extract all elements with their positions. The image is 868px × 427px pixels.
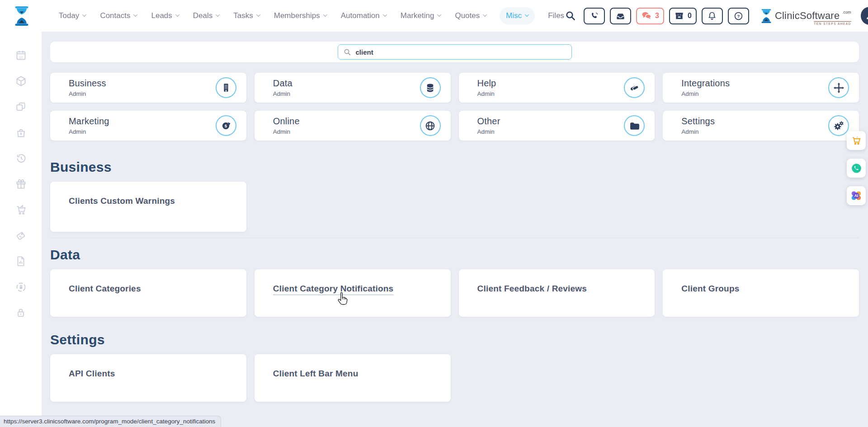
category-card-other[interactable]: Other Admin: [459, 111, 655, 141]
category-subtitle: Admin: [477, 128, 624, 135]
sidebar-copy-icon[interactable]: [14, 100, 27, 113]
nav-item-quotes[interactable]: Quotes: [454, 7, 487, 24]
brand-tagline: TEN STEPS AHEAD: [814, 21, 851, 25]
sidebar-bag-receive-icon[interactable]: [14, 126, 27, 139]
phone-icon: [590, 11, 599, 20]
whatsapp-icon: [850, 162, 863, 174]
search-input[interactable]: [356, 48, 566, 56]
chat-count-badge: 3: [655, 12, 659, 20]
category-subtitle: Admin: [681, 128, 828, 135]
brand-name: ClinicSoftware: [775, 10, 840, 22]
chevron-down-icon: [382, 12, 387, 17]
app-logo[interactable]: [14, 6, 30, 26]
nav-item-memberships[interactable]: Memberships: [273, 7, 328, 24]
item-card[interactable]: Client Feedback / Reviews: [459, 269, 655, 317]
sidebar-cart-icon[interactable]: [14, 203, 27, 216]
item-card[interactable]: Client Categories: [50, 269, 246, 317]
chevron-down-icon: [133, 12, 138, 17]
topbar: Today Contacts Leads Deals Tasks Members…: [0, 0, 868, 32]
sidebar-history-icon[interactable]: [14, 152, 27, 164]
category-card-online[interactable]: Online Admin: [255, 111, 451, 141]
item-card[interactable]: Clients Custom Warnings: [50, 182, 246, 232]
sidebar-user-lock-icon[interactable]: [14, 281, 27, 293]
sidebar-gift-icon[interactable]: [14, 178, 27, 190]
search-icon: [344, 48, 351, 56]
link-client-feedback-reviews[interactable]: Client Feedback / Reviews: [477, 284, 587, 293]
sidebar-calendar-icon[interactable]: 12: [14, 49, 27, 61]
chat-button[interactable]: 3: [636, 8, 664, 24]
nav-item-leads[interactable]: Leads: [150, 7, 179, 24]
category-card-business[interactable]: Business Admin: [50, 73, 246, 103]
section-heading-settings: Settings: [50, 332, 859, 347]
item-card[interactable]: Client Category Notifications: [255, 269, 451, 317]
category-card-data[interactable]: Data Admin: [255, 73, 451, 103]
move-arrows-icon: [828, 77, 849, 98]
nav-item-files[interactable]: Files: [547, 7, 565, 24]
item-card[interactable]: Client Groups: [663, 269, 859, 317]
nav-item-tasks[interactable]: Tasks: [232, 7, 260, 24]
nav-item-contacts[interactable]: Contacts: [99, 7, 138, 24]
main-content: Business Admin Data Admin Help Admin: [42, 32, 868, 427]
link-client-groups[interactable]: Client Groups: [681, 284, 739, 293]
svg-text:AI: AI: [854, 193, 859, 198]
store-icon: [674, 11, 684, 21]
item-card[interactable]: Client Left Bar Menu: [255, 354, 451, 402]
main-navigation: Today Contacts Leads Deals Tasks Members…: [58, 7, 565, 24]
nav-item-today[interactable]: Today: [58, 7, 87, 24]
search-field[interactable]: [338, 44, 572, 60]
search-panel: [50, 42, 859, 62]
search-icon[interactable]: [565, 10, 576, 21]
category-card-help[interactable]: Help Admin: [459, 73, 655, 103]
link-clients-custom-warnings[interactable]: Clients Custom Warnings: [69, 196, 175, 206]
sidebar-report-icon[interactable]: [14, 255, 27, 267]
category-title: Marketing: [69, 116, 216, 127]
handshake-icon: [624, 77, 645, 98]
inbox-icon: [615, 11, 626, 21]
pos-button[interactable]: 0: [669, 8, 697, 24]
sidebar-package-icon[interactable]: [14, 75, 27, 87]
database-icon: [420, 77, 441, 98]
bell-icon: [708, 11, 717, 20]
nav-item-misc[interactable]: Misc: [500, 7, 535, 24]
sidebar-price-tag-icon[interactable]: $: [14, 229, 27, 242]
nav-item-deals[interactable]: Deals: [192, 7, 220, 24]
phone-button[interactable]: [584, 8, 605, 24]
ai-widget-button[interactable]: AI: [847, 186, 866, 205]
help-button[interactable]: ?: [728, 8, 749, 24]
nav-item-automation[interactable]: Automation: [340, 7, 387, 24]
brand-logo: ClinicSoftware.com TEN STEPS AHEAD: [760, 9, 851, 23]
svg-text:?: ?: [737, 14, 740, 19]
link-client-left-bar-menu[interactable]: Client Left Bar Menu: [273, 369, 359, 378]
link-client-categories[interactable]: Client Categories: [69, 284, 141, 293]
category-subtitle: Admin: [69, 90, 216, 97]
chevron-down-icon: [82, 12, 87, 17]
sidebar-lock-icon[interactable]: [14, 306, 27, 319]
inbox-button[interactable]: [610, 8, 631, 24]
chevron-down-icon: [216, 12, 220, 17]
ai-icon: AI: [850, 189, 863, 202]
category-title: Business: [69, 78, 216, 89]
category-title: Settings: [681, 116, 828, 127]
notifications-button[interactable]: [702, 8, 723, 24]
svg-text:$: $: [225, 123, 227, 128]
category-card-integrations[interactable]: Integrations Admin: [663, 73, 859, 103]
hourglass-logo-icon: [760, 9, 772, 23]
whatsapp-widget-button[interactable]: [847, 159, 866, 178]
category-card-settings[interactable]: Settings Admin: [663, 111, 859, 141]
business-items-grid: Clients Custom Warnings: [50, 182, 859, 232]
user-icon: [865, 11, 868, 21]
link-client-category-notifications[interactable]: Client Category Notifications: [273, 284, 394, 293]
nav-item-marketing[interactable]: Marketing: [400, 7, 442, 24]
question-icon: ?: [734, 11, 743, 21]
item-card[interactable]: API Clients: [50, 354, 246, 402]
category-card-marketing[interactable]: Marketing Admin $: [50, 111, 246, 141]
category-title: Other: [477, 116, 624, 127]
svg-text:12: 12: [19, 55, 23, 59]
link-api-clients[interactable]: API Clients: [69, 369, 115, 378]
avatar[interactable]: [861, 7, 868, 25]
category-title: Data: [273, 78, 420, 89]
category-title: Integrations: [681, 78, 828, 89]
chevron-down-icon: [525, 12, 529, 17]
chevron-down-icon: [175, 12, 179, 17]
cart-widget-button[interactable]: [847, 131, 866, 150]
